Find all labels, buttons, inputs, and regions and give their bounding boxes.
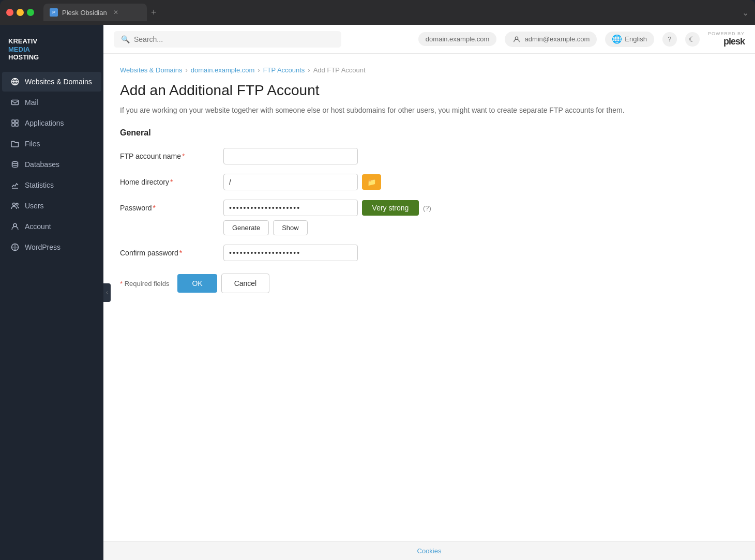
sidebar-label-statistics: Statistics bbox=[25, 181, 54, 189]
sidebar-item-applications[interactable]: Applications bbox=[2, 113, 101, 133]
mail-icon bbox=[10, 98, 20, 107]
form-actions: * Required fields OK Cancel bbox=[120, 274, 738, 293]
breadcrumb-current: Add FTP Account bbox=[313, 66, 366, 74]
form-group-confirm-password: Confirm password* bbox=[120, 245, 738, 261]
home-directory-input[interactable] bbox=[223, 174, 358, 190]
plesk-logo: plesk bbox=[708, 36, 745, 47]
active-tab[interactable]: P Plesk Obsidian ✕ bbox=[43, 4, 147, 21]
sidebar-logo: KREATIV MEDIA HOSTING bbox=[0, 33, 103, 72]
password-help-button[interactable]: (?) bbox=[423, 204, 431, 212]
user-avatar-icon bbox=[512, 35, 521, 44]
logo-text: KREATIV MEDIA HOSTING bbox=[8, 37, 95, 62]
traffic-lights bbox=[6, 9, 34, 16]
browse-folder-button[interactable]: 📁 bbox=[362, 174, 381, 190]
password-input[interactable] bbox=[223, 200, 358, 216]
search-box[interactable]: 🔍 bbox=[114, 31, 341, 48]
section-general-title: General bbox=[120, 128, 738, 138]
sidebar: KREATIV MEDIA HOSTING Websites & Domains bbox=[0, 25, 103, 265]
main-content: 🔍 domain.example.com admin@example.com 🌐… bbox=[103, 25, 755, 560]
svg-rect-3 bbox=[16, 120, 18, 123]
confirm-password-control bbox=[223, 245, 738, 261]
maximize-button[interactable] bbox=[27, 9, 34, 16]
form-group-ftp-name: FTP account name* bbox=[120, 148, 738, 164]
users-icon bbox=[10, 201, 20, 210]
sidebar-item-databases[interactable]: Databases bbox=[2, 155, 101, 174]
sidebar-item-statistics[interactable]: Statistics bbox=[2, 175, 101, 195]
svg-point-9 bbox=[16, 203, 18, 205]
page-content: Websites & Domains › domain.example.com … bbox=[103, 54, 755, 541]
sidebar-nav: Websites & Domains Mail Applications bbox=[0, 72, 103, 257]
breadcrumb-ftp-accounts[interactable]: FTP Accounts bbox=[263, 66, 305, 74]
sidebar-wrapper: KREATIV MEDIA HOSTING Websites & Domains bbox=[0, 25, 103, 560]
grid-icon bbox=[10, 118, 20, 128]
folder-icon bbox=[10, 139, 20, 148]
wp-icon bbox=[10, 243, 20, 252]
password-control: Very strong (?) Generate Show bbox=[223, 200, 738, 235]
window-controls: ⌄ bbox=[742, 8, 749, 18]
minimize-button[interactable] bbox=[17, 9, 24, 16]
tab-bar: P Plesk Obsidian ✕ + bbox=[43, 4, 738, 21]
domain-label: domain.example.com bbox=[426, 35, 490, 43]
sidebar-item-account[interactable]: Account bbox=[2, 217, 101, 236]
generate-password-button[interactable]: Generate bbox=[223, 220, 269, 235]
svg-rect-5 bbox=[16, 124, 18, 126]
ftp-account-name-label: FTP account name* bbox=[120, 148, 223, 160]
sidebar-item-websites-domains[interactable]: Websites & Domains bbox=[2, 72, 101, 92]
sidebar-label-wordpress: WordPress bbox=[25, 243, 61, 251]
user-icon bbox=[10, 222, 20, 231]
help-icon: ? bbox=[668, 35, 671, 43]
ftp-account-name-input[interactable] bbox=[223, 148, 358, 164]
globe-topbar-icon: 🌐 bbox=[612, 35, 622, 44]
chart-icon bbox=[10, 180, 20, 190]
search-icon: 🔍 bbox=[121, 35, 130, 43]
ok-button[interactable]: OK bbox=[177, 274, 217, 293]
search-input[interactable] bbox=[134, 35, 334, 43]
home-directory-label: Home directory* bbox=[120, 174, 223, 186]
moon-icon: ☾ bbox=[689, 35, 696, 43]
required-note: * Required fields bbox=[120, 280, 169, 287]
password-label: Password* bbox=[120, 200, 223, 212]
sidebar-item-wordpress[interactable]: WordPress bbox=[2, 237, 101, 257]
sidebar-collapse-button[interactable]: ‹ bbox=[103, 283, 111, 302]
password-strength-indicator: Very strong bbox=[362, 200, 419, 216]
show-password-button[interactable]: Show bbox=[273, 220, 308, 235]
database-icon bbox=[10, 160, 20, 169]
powered-by-label: POWERED BY bbox=[708, 31, 745, 36]
domain-pill[interactable]: domain.example.com bbox=[418, 32, 497, 46]
sidebar-label-mail: Mail bbox=[25, 98, 38, 107]
sidebar-label-databases: Databases bbox=[25, 160, 59, 169]
breadcrumb-domain[interactable]: domain.example.com bbox=[191, 66, 255, 74]
cancel-button[interactable]: Cancel bbox=[221, 274, 270, 293]
theme-toggle-button[interactable]: ☾ bbox=[685, 32, 700, 47]
new-tab-button[interactable]: + bbox=[151, 7, 157, 18]
username-label: admin@example.com bbox=[524, 35, 590, 43]
user-pill[interactable]: admin@example.com bbox=[505, 32, 597, 47]
tab-close-icon[interactable]: ✕ bbox=[113, 9, 118, 16]
footer: Cookies bbox=[103, 541, 755, 560]
topbar: 🔍 domain.example.com admin@example.com 🌐… bbox=[103, 25, 755, 54]
confirm-password-label: Confirm password* bbox=[120, 245, 223, 257]
page-description: If you are working on your website toget… bbox=[120, 105, 738, 116]
sidebar-item-mail[interactable]: Mail bbox=[2, 93, 101, 112]
language-pill[interactable]: 🌐 English bbox=[605, 32, 654, 47]
cookies-link[interactable]: Cookies bbox=[417, 547, 442, 555]
sidebar-label-account: Account bbox=[25, 222, 51, 231]
help-button[interactable]: ? bbox=[662, 32, 677, 47]
sidebar-item-users[interactable]: Users bbox=[2, 196, 101, 216]
close-button[interactable] bbox=[6, 9, 13, 16]
language-label: English bbox=[625, 35, 647, 43]
sidebar-item-files[interactable]: Files bbox=[2, 134, 101, 154]
svg-rect-2 bbox=[12, 120, 14, 123]
breadcrumb: Websites & Domains › domain.example.com … bbox=[120, 66, 738, 74]
ftp-account-name-control bbox=[223, 148, 738, 164]
browser-chrome: P Plesk Obsidian ✕ + ⌄ bbox=[0, 0, 755, 25]
plesk-branding: POWERED BY plesk bbox=[708, 31, 745, 47]
svg-rect-1 bbox=[12, 100, 19, 104]
sidebar-label-files: Files bbox=[25, 140, 40, 148]
tab-favicon: P bbox=[50, 8, 58, 17]
home-directory-control: 📁 bbox=[223, 174, 738, 190]
svg-point-8 bbox=[13, 203, 16, 205]
confirm-password-input[interactable] bbox=[223, 245, 358, 261]
svg-rect-4 bbox=[12, 124, 14, 126]
breadcrumb-websites-domains[interactable]: Websites & Domains bbox=[120, 66, 182, 74]
